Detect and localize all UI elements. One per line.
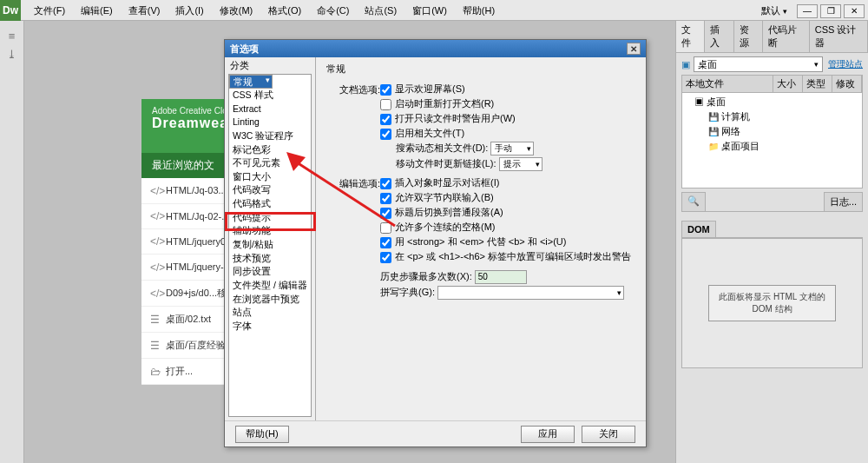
cb-p-h-warn[interactable]: 在 <p> 或 <h1>-<h6> 标签中放置可编辑区域时发出警告 <box>380 250 635 263</box>
category-item[interactable]: 在浏览器中预览 <box>229 293 311 307</box>
category-item[interactable]: 字体 <box>229 320 311 334</box>
apply-button[interactable]: 应用 <box>521 426 575 443</box>
site-select[interactable]: 桌面 <box>694 56 823 72</box>
dialog-close-button[interactable]: ✕ <box>627 43 641 55</box>
file-icon: </> <box>150 235 166 248</box>
cb-strong[interactable]: 用 <strong> 和 <em> 代替 <b> 和 <i>(U) <box>380 235 635 248</box>
menu-site[interactable]: 站点(S) <box>357 0 404 21</box>
doc-options-label: 文档选项: <box>326 83 380 173</box>
tree-desktop[interactable]: 桌面 <box>682 95 862 109</box>
category-item[interactable]: W3C 验证程序 <box>229 129 311 143</box>
file-icon: </> <box>150 288 166 300</box>
category-item[interactable]: 同步设置 <box>229 265 311 279</box>
menu-modify[interactable]: 修改(M) <box>212 0 261 21</box>
col-mod[interactable]: 修改 <box>832 76 862 92</box>
menu-command[interactable]: 命令(C) <box>309 0 357 21</box>
row-dict: 拼写字典(G): <box>380 286 635 300</box>
cb-welcome[interactable]: 显示欢迎屏幕(S) <box>380 83 635 96</box>
category-item[interactable]: 标记色彩 <box>229 143 311 157</box>
tab-dom[interactable]: DOM <box>681 221 716 237</box>
file-icon: </> <box>150 261 166 274</box>
main-menu: 文件(F) 编辑(E) 查看(V) 插入(I) 修改(M) 格式(O) 命令(C… <box>26 0 503 21</box>
file-tree[interactable]: 桌面 计算机 网络 桌面项目 <box>681 93 863 189</box>
dialog-button-bar: 帮助(H) 应用 关闭 <box>225 420 646 446</box>
menu-format[interactable]: 格式(O) <box>260 0 309 21</box>
dock-icon-1[interactable]: ≡ <box>0 30 23 43</box>
menu-insert[interactable]: 插入(I) <box>168 0 211 21</box>
window-max-button[interactable]: ❐ <box>820 4 841 18</box>
dict-select[interactable] <box>437 286 624 300</box>
history-steps-input[interactable]: 50 <box>475 270 527 284</box>
category-item[interactable]: 技术预览 <box>229 252 311 266</box>
file-columns: 本地文件 大小 类型 修改 <box>681 75 863 93</box>
category-item[interactable]: 代码格式 <box>229 197 311 211</box>
category-item[interactable]: 复制/粘贴 <box>229 238 311 252</box>
window-close-button[interactable]: ✕ <box>844 4 865 18</box>
category-item[interactable]: 站点 <box>229 306 311 320</box>
category-item[interactable]: 辅助功能 <box>229 224 311 238</box>
tab-assets[interactable]: 资源 <box>734 21 763 52</box>
tab-insert[interactable]: 插入 <box>705 21 733 52</box>
panel-tabs: 文件 插入 资源 代码片断 CSS 设计器 <box>676 21 868 53</box>
mid-tabs: 🔍 日志... <box>681 192 863 212</box>
menu-help[interactable]: 帮助(H) <box>455 0 503 21</box>
cb-insert-dlg[interactable]: 插入对象时显示对话框(I) <box>380 176 635 189</box>
dialog-title: 首选项 <box>230 43 259 56</box>
col-size[interactable]: 大小 <box>773 76 803 92</box>
category-label: 分类 <box>225 57 315 74</box>
category-item[interactable]: 窗口大小 <box>229 170 311 184</box>
workspace-switcher[interactable]: 默认 <box>754 0 794 22</box>
tree-desktop-items[interactable]: 桌面项目 <box>682 139 862 154</box>
category-item[interactable]: Linting <box>229 116 311 129</box>
file-icon: </> <box>150 185 166 197</box>
sel-search-dynamic[interactable]: 手动 <box>490 142 534 155</box>
category-item[interactable]: 文件类型 / 编辑器 <box>229 279 311 293</box>
cb-reopen[interactable]: 启动时重新打开文档(R) <box>380 97 635 110</box>
dialog-titlebar[interactable]: 首选项 ✕ <box>225 40 646 57</box>
cb-heading[interactable]: 标题后切换到普通段落(A) <box>380 206 635 219</box>
cb-dbc[interactable]: 允许双字节内联输入(B) <box>380 191 635 204</box>
tab-search[interactable]: 🔍 <box>681 192 706 211</box>
manage-sites-link[interactable]: 管理站点 <box>828 58 863 70</box>
category-list[interactable]: 常规CSS 样式ExtractLintingW3C 验证程序标记色彩不可见元素窗… <box>228 74 312 417</box>
app-logo: Dw <box>0 0 21 21</box>
menu-edit[interactable]: 编辑(E) <box>73 0 121 21</box>
sel-move-links[interactable]: 提示 <box>499 157 542 171</box>
cb-warn-readonly[interactable]: 打开只读文件时警告用户(W) <box>380 112 635 125</box>
help-button[interactable]: 帮助(H) <box>235 426 289 443</box>
menu-window[interactable]: 窗口(W) <box>404 0 455 21</box>
file-icon: </> <box>150 210 166 222</box>
content-heading: 常规 <box>326 63 635 76</box>
left-dock: ≡ ⤓ <box>0 21 24 463</box>
right-panel-group: 文件 插入 资源 代码片断 CSS 设计器 ▣ 桌面 管理站点 本地文件 大小 … <box>675 21 868 463</box>
drive-icon: ▣ <box>681 59 694 70</box>
dom-tabs: DOM <box>681 221 863 238</box>
row-history: 历史步骤最多次数(X): 50 <box>380 270 635 284</box>
dock-icon-2[interactable]: ⤓ <box>0 48 23 61</box>
category-pane: 分类 常规CSS 样式ExtractLintingW3C 验证程序标记色彩不可见… <box>225 57 316 420</box>
menu-view[interactable]: 查看(V) <box>121 0 168 21</box>
category-item[interactable]: 常规 <box>229 75 273 89</box>
tree-computer[interactable]: 计算机 <box>682 109 862 124</box>
category-item[interactable]: CSS 样式 <box>229 89 311 103</box>
category-item[interactable]: 代码提示 <box>229 211 311 225</box>
category-item[interactable]: Extract <box>229 103 311 116</box>
folder-icon: 🗁 <box>150 366 166 378</box>
category-item[interactable]: 不可见元素 <box>229 156 311 170</box>
col-name[interactable]: 本地文件 <box>682 76 773 92</box>
tab-css-designer[interactable]: CSS 设计器 <box>810 21 868 52</box>
edit-options-label: 编辑选项: <box>326 176 380 301</box>
row-search-dynamic: 搜索动态相关文件(D): 手动 <box>396 142 635 155</box>
col-type[interactable]: 类型 <box>803 76 832 92</box>
close-button[interactable]: 关闭 <box>582 426 635 443</box>
cb-spaces[interactable]: 允许多个连续的空格(M) <box>380 221 635 234</box>
menu-file[interactable]: 文件(F) <box>26 0 73 21</box>
log-link[interactable]: 日志... <box>824 192 863 211</box>
text-icon: ☰ <box>150 340 166 352</box>
tree-network[interactable]: 网络 <box>682 124 862 139</box>
tab-snippets[interactable]: 代码片断 <box>763 21 810 52</box>
cb-related[interactable]: 启用相关文件(T) <box>380 127 635 140</box>
category-item[interactable]: 代码改写 <box>229 183 311 197</box>
tab-files[interactable]: 文件 <box>676 21 705 52</box>
window-min-button[interactable]: — <box>797 4 818 18</box>
